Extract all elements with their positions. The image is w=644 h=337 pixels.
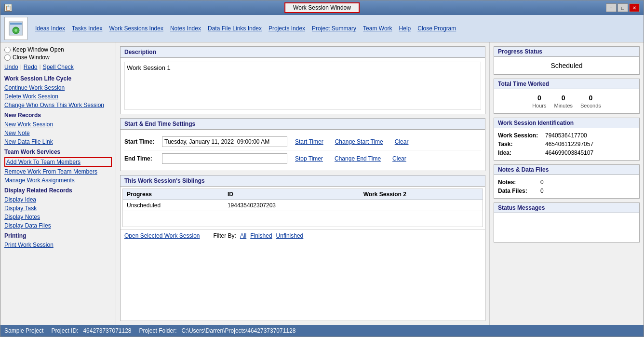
nav-team-work[interactable]: Team Work <box>360 24 395 33</box>
siblings-table-header-row: Progress ID Work Session 2 <box>123 189 483 200</box>
add-work-team-members-link[interactable]: Add Work To Team Members <box>4 157 112 167</box>
redo-link[interactable]: Redo <box>24 64 38 70</box>
title-bar-controls: − □ ✕ <box>606 3 640 12</box>
change-owner-link[interactable]: Change Who Owns This Work Session <box>4 101 112 109</box>
nav-project-summary[interactable]: Project Summary <box>309 24 359 33</box>
center-panel: Description Work Session 1 Start & End T… <box>116 42 489 325</box>
hours-label: Hours <box>532 103 546 108</box>
notes-files-header: Notes & Data Files <box>494 165 639 175</box>
notes-files-box: Notes & Data Files Notes: 0 Data Files: … <box>494 164 640 199</box>
display-data-files-link[interactable]: Display Data Files <box>4 222 112 229</box>
display-notes-link[interactable]: Display Notes <box>4 213 112 221</box>
nav-projects-index[interactable]: Projects Index <box>266 24 308 33</box>
nav-close-program[interactable]: Close Program <box>415 24 459 33</box>
delete-work-session-link[interactable]: Delete Work Session <box>4 93 112 100</box>
end-time-input[interactable] <box>162 153 287 164</box>
change-end-time-link[interactable]: Change End Time <box>331 155 385 162</box>
nav-tasks-index[interactable]: Tasks Index <box>69 24 105 33</box>
spell-check-link[interactable]: Spell Check <box>43 64 74 70</box>
identification-box: Work Session Identification Work Session… <box>494 118 640 161</box>
display-task-link[interactable]: Display Task <box>4 204 112 212</box>
close-window-option[interactable]: Close Window <box>4 54 112 61</box>
minimize-button[interactable]: − <box>606 3 617 12</box>
display-idea-link[interactable]: Display Idea <box>4 196 112 203</box>
time-worked-row: 0 Hours 0 Minutes 0 Seconds <box>498 92 635 110</box>
close-window-label: Close Window <box>13 54 50 61</box>
close-button[interactable]: ✕ <box>629 3 640 12</box>
filter-unfinished-link[interactable]: Unfinished <box>276 232 304 239</box>
filter-finished-link[interactable]: Finished <box>250 232 272 239</box>
identification-header: Work Session Identification <box>494 118 639 128</box>
work-session-id-row: Work Session: 7940536417700 <box>498 131 635 140</box>
data-files-row: Data Files: 0 <box>498 187 635 195</box>
task-id-row: Task: 465406112297057 <box>498 140 635 148</box>
project-folder-value: C:\Users\Darren\Projects\464273737071128 <box>182 327 296 334</box>
start-clear-link[interactable]: Clear <box>391 138 413 145</box>
filter-all-link[interactable]: All <box>240 232 246 239</box>
notes-row: Notes: 0 <box>498 178 635 187</box>
start-timer-link[interactable]: Start Timer <box>291 138 327 145</box>
undo-link[interactable]: Undo <box>4 64 18 70</box>
description-value[interactable]: Work Session 1 <box>124 62 481 110</box>
end-time-label: End Time: <box>124 155 158 162</box>
display-related-title: Display Related Records <box>4 187 112 194</box>
logo-icon <box>8 21 24 36</box>
status-messages-box: Status Messages <box>494 202 640 243</box>
keep-window-open-option[interactable]: Keep Window Open <box>4 46 112 53</box>
description-section: Description Work Session 1 <box>120 46 485 114</box>
col-progress: Progress <box>123 189 224 200</box>
new-work-session-link[interactable]: New Work Session <box>4 121 112 128</box>
start-time-input[interactable] <box>162 136 287 147</box>
nav-work-sessions-index[interactable]: Work Sessions Index <box>106 24 166 33</box>
table-row[interactable]: Unscheduled 194435402307203 <box>123 200 483 211</box>
end-clear-link[interactable]: Clear <box>389 155 410 162</box>
status-messages-header: Status Messages <box>494 203 639 213</box>
work-session-lifecycle-title: Work Session Life Cycle <box>4 75 112 82</box>
new-data-file-link-link[interactable]: New Data File Link <box>4 138 112 146</box>
notes-label: Notes: <box>498 179 537 186</box>
identification-body: Work Session: 7940536417700 Task: 465406… <box>494 128 639 160</box>
nav-bar: Ideas Index Tasks Index Work Sessions In… <box>0 15 644 42</box>
progress-status-value: Scheduled <box>498 60 635 71</box>
restore-button[interactable]: □ <box>617 3 628 12</box>
keep-window-open-radio[interactable] <box>4 47 11 53</box>
status-messages-body <box>494 213 639 242</box>
close-window-radio[interactable] <box>4 54 11 61</box>
minutes-item: 0 Minutes <box>554 94 573 108</box>
idea-id-row: Idea: 464699003845107 <box>498 148 635 157</box>
col-id: ID <box>224 189 360 200</box>
total-time-header: Total Time Worked <box>494 79 639 89</box>
nav-data-file-links-index[interactable]: Data File Links Index <box>205 24 265 33</box>
work-session-id-label: Work Session: <box>498 132 541 139</box>
nav-ideas-index[interactable]: Ideas Index <box>32 24 68 33</box>
row-name <box>360 200 483 211</box>
minutes-label: Minutes <box>554 103 573 108</box>
total-time-box: Total Time Worked 0 Hours 0 Minutes 0 <box>494 79 640 114</box>
status-project-id-label: Project ID: 464273737071128 <box>51 327 131 334</box>
nav-notes-index[interactable]: Notes Index <box>167 24 204 33</box>
title-bar-center: Work Session Window <box>284 2 360 13</box>
manage-work-assignments-link[interactable]: Manage Work Assignments <box>4 176 112 184</box>
idea-id-value: 464699003845107 <box>545 149 593 156</box>
new-note-link[interactable]: New Note <box>4 129 112 137</box>
print-work-session-link[interactable]: Print Work Session <box>4 241 112 249</box>
team-work-services-title: Team Work Services <box>4 148 112 155</box>
stop-timer-link[interactable]: Stop Timer <box>291 155 327 162</box>
change-start-time-link[interactable]: Change Start Time <box>331 138 387 145</box>
task-id-value: 465406112297057 <box>545 141 593 148</box>
title-bar-left: 📋 <box>4 4 12 12</box>
app-logo <box>4 17 27 40</box>
seconds-label: Seconds <box>580 103 601 108</box>
seconds-value: 0 <box>589 94 593 102</box>
nav-help[interactable]: Help <box>396 24 414 33</box>
edit-actions: Undo | Redo | Spell Check <box>4 64 112 70</box>
open-selected-link[interactable]: Open Selected Work Session <box>124 232 200 239</box>
start-time-row: Start Time: Start Timer Change Start Tim… <box>124 134 481 150</box>
siblings-area: Progress ID Work Session 2 Unscheduled 1… <box>122 189 483 227</box>
title-bar: 📋 Work Session Window − □ ✕ <box>0 0 644 15</box>
remove-work-team-members-link[interactable]: Remove Work From Team Members <box>4 168 112 175</box>
continue-work-session-link[interactable]: Continue Work Session <box>4 84 112 92</box>
idea-id-label: Idea: <box>498 149 541 156</box>
status-project-folder: Project Folder: C:\Users\Darren\Projects… <box>139 327 296 334</box>
window-mode-group: Keep Window Open Close Window <box>4 46 112 61</box>
